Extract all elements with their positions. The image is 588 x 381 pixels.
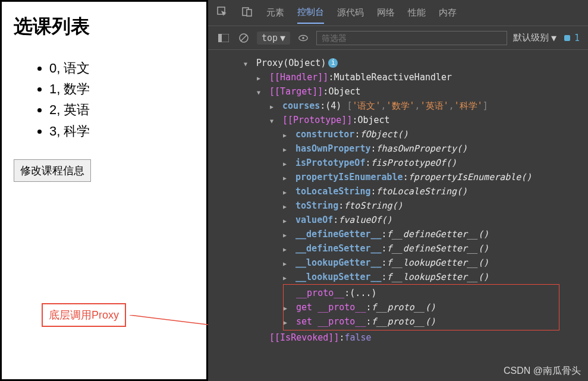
disclosure-triangle-icon[interactable]: [244, 56, 251, 70]
console-output: Proxy(Object) i [[Handler]]: MutableReac…: [208, 50, 588, 351]
svg-rect-10: [564, 35, 570, 41]
clear-console-icon[interactable]: [237, 31, 251, 45]
disclosure-triangle-icon[interactable]: [283, 127, 290, 141]
info-icon[interactable]: i: [328, 58, 338, 68]
svg-rect-5: [218, 34, 222, 42]
list-item: 2, 英语: [49, 99, 194, 120]
console-row[interactable]: [[Prototype]]: Object: [213, 113, 583, 127]
filter-input[interactable]: [316, 31, 507, 45]
svg-point-9: [302, 37, 304, 39]
console-row[interactable]: __defineSetter__: f __defineSetter__(): [213, 241, 583, 256]
svg-line-7: [241, 35, 247, 41]
list-item: 3, 科学: [49, 121, 194, 141]
disclosure-triangle-icon[interactable]: [283, 170, 290, 184]
disclosure-triangle-icon[interactable]: [283, 199, 290, 213]
console-row[interactable]: valueOf: f valueOf(): [213, 213, 583, 227]
console-row[interactable]: [[Target]]: Object: [213, 84, 583, 99]
disclosure-triangle-icon[interactable]: [283, 270, 290, 284]
disclosure-triangle-icon[interactable]: [283, 241, 290, 256]
list-item: 0, 语文: [49, 58, 194, 78]
disclosure-triangle-icon[interactable]: [283, 141, 290, 156]
log-level-selector[interactable]: 默认级别 ▼: [513, 32, 556, 43]
disclosure-triangle-icon[interactable]: [257, 84, 264, 99]
disclosure-triangle-icon[interactable]: [283, 213, 290, 227]
tab-memory[interactable]: 内存: [439, 7, 457, 18]
console-row[interactable]: get __proto__: f __proto__(): [284, 300, 559, 314]
live-expression-icon[interactable]: [296, 31, 310, 45]
console-row[interactable]: constructor: f Object(): [213, 127, 583, 141]
disclosure-triangle-icon[interactable]: [284, 300, 291, 314]
tab-console[interactable]: 控制台: [297, 7, 324, 24]
tab-sources[interactable]: 源代码: [337, 7, 364, 18]
watermark: CSDN @南瓜骨头: [504, 365, 581, 377]
tab-performance[interactable]: 性能: [408, 7, 426, 18]
console-row[interactable]: Proxy(Object) i: [213, 56, 583, 70]
chevron-down-icon: ▼: [280, 33, 285, 43]
inspect-icon[interactable]: [216, 6, 228, 20]
console-toolbar: top ▼ 默认级别 ▼ 1: [208, 26, 588, 50]
console-row[interactable]: hasOwnProperty: f hasOwnProperty(): [213, 141, 583, 156]
console-row[interactable]: [[Handler]]: MutableReactiveHandler: [213, 70, 583, 84]
devtools-panel: 元素 控制台 源代码 网络 性能 内存 top ▼ 默认级别 ▼ 1: [208, 0, 588, 381]
disclosure-triangle-icon[interactable]: [283, 256, 290, 270]
console-row[interactable]: isPrototypeOf: f isPrototypeOf(): [213, 156, 583, 170]
tab-network[interactable]: 网络: [377, 7, 395, 18]
console-row[interactable]: [[IsRevoked]]: false: [213, 330, 583, 345]
disclosure-triangle-icon[interactable]: [283, 156, 290, 170]
disclosure-triangle-icon[interactable]: [270, 113, 277, 127]
console-row[interactable]: __lookupGetter__: f __lookupGetter__(): [213, 256, 583, 270]
disclosure-triangle-icon[interactable]: [270, 99, 277, 113]
tab-elements[interactable]: 元素: [266, 7, 284, 18]
disclosure-triangle-icon[interactable]: [283, 184, 290, 199]
page-title: 选课列表: [14, 14, 194, 40]
sidebar-toggle-icon[interactable]: [216, 31, 231, 45]
course-list: 0, 语文 1, 数学 2, 英语 3, 科学: [49, 58, 194, 141]
disclosure-triangle-icon[interactable]: [257, 70, 264, 84]
console-row[interactable]: __defineGetter__: f __defineGetter__(): [213, 227, 583, 241]
disclosure-triangle-icon[interactable]: [283, 227, 290, 241]
list-item: 1, 数学: [49, 78, 194, 99]
annotation-label: 底层调用Proxy: [42, 303, 126, 327]
console-row[interactable]: toString: f toString(): [213, 199, 583, 213]
scope-label: top: [262, 33, 278, 43]
chevron-down-icon: ▼: [551, 33, 556, 43]
console-row[interactable]: courses: (4) ['语文', '数学', '英语', '科学']: [213, 99, 583, 113]
disclosure-triangle-icon[interactable]: [284, 314, 291, 329]
modify-course-button[interactable]: 修改课程信息: [14, 159, 91, 182]
svg-rect-3: [247, 10, 251, 16]
console-row[interactable]: propertyIsEnumerable: f propertyIsEnumer…: [213, 170, 583, 184]
device-toggle-icon[interactable]: [241, 6, 253, 20]
console-row[interactable]: __proto__: (...): [284, 286, 559, 300]
console-row[interactable]: set __proto__: f __proto__(): [284, 314, 559, 329]
execution-context-selector[interactable]: top ▼: [257, 32, 290, 45]
console-row[interactable]: __lookupSetter__: f __lookupSetter__(): [213, 270, 583, 284]
issues-badge[interactable]: 1: [562, 33, 580, 43]
console-row[interactable]: toLocaleString: f toLocaleString(): [213, 184, 583, 199]
devtools-tabbar: 元素 控制台 源代码 网络 性能 内存: [208, 0, 588, 26]
